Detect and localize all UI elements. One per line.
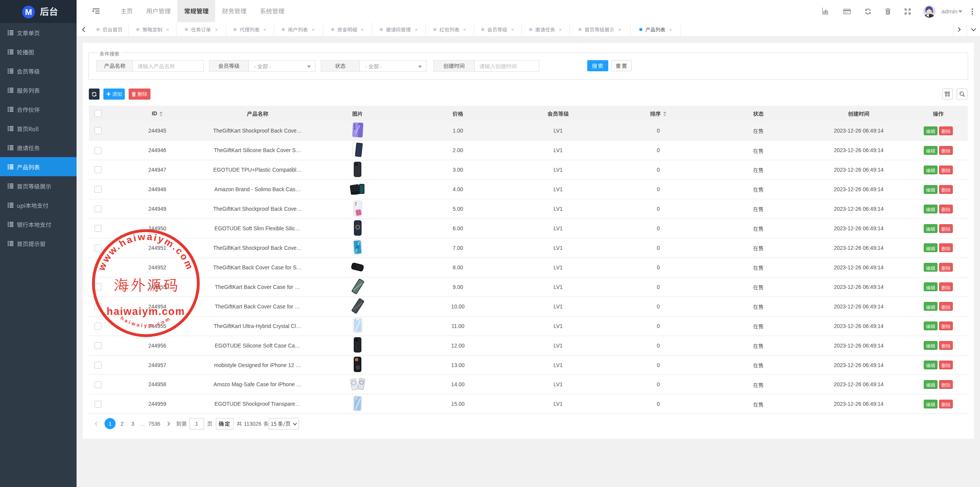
svg-text:www.haiwaiym.com: www.haiwaiym.com [96, 231, 196, 272]
svg-text:haiwaiym.com: haiwaiym.com [107, 306, 185, 317]
